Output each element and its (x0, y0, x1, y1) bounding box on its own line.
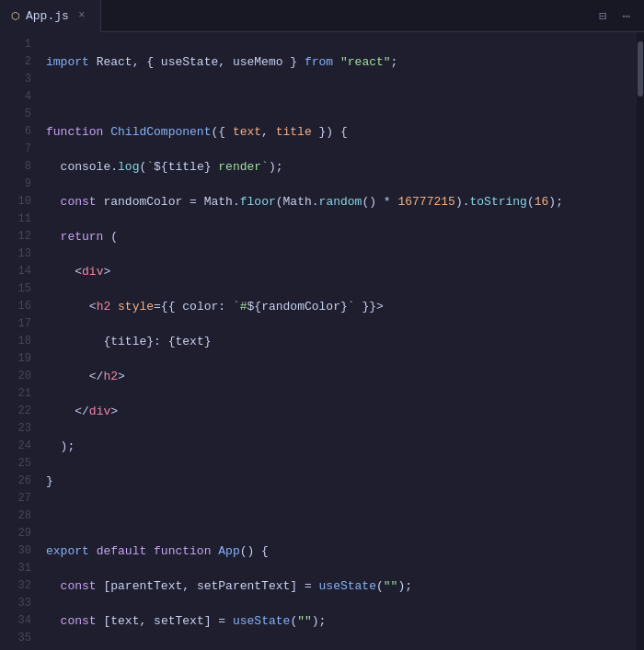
tab-actions: ⊟ ⋯ (592, 6, 644, 26)
line-numbers: 12345 678910 1112131415 1617181920 21222… (0, 32, 39, 650)
scrollbar[interactable] (637, 32, 644, 650)
scrollbar-thumb (638, 41, 643, 97)
tab-app-js[interactable]: ⬡ App.js × (0, 0, 101, 32)
tab-filename: App.js (26, 9, 69, 23)
tab-js-icon: ⬡ (11, 10, 20, 22)
tab-bar: ⬡ App.js × ⊟ ⋯ (0, 0, 644, 32)
more-actions-button[interactable]: ⋯ (616, 6, 637, 26)
close-icon[interactable]: × (75, 8, 89, 23)
editor: 12345 678910 1112131415 1617181920 21222… (0, 32, 644, 650)
code-area[interactable]: import React, { useState, useMemo } from… (39, 32, 637, 650)
split-editor-button[interactable]: ⊟ (592, 6, 613, 26)
